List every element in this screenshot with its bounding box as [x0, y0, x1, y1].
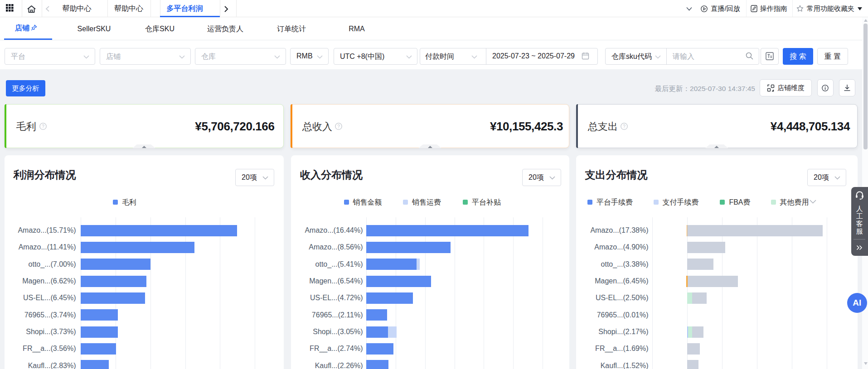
svg-text:?: ?	[337, 124, 340, 129]
svg-text:?: ?	[42, 124, 44, 129]
svg-text:?: ?	[623, 124, 626, 129]
